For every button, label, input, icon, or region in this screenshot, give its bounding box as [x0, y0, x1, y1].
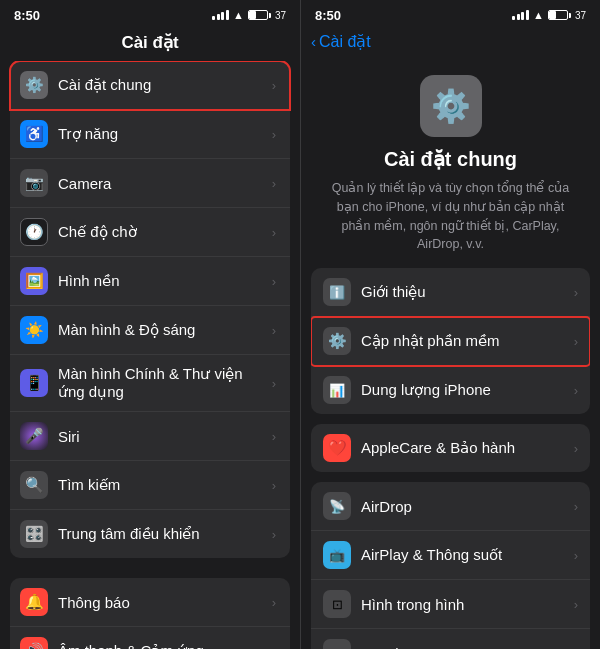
standby-chevron: ›: [272, 225, 276, 240]
settings-item-siri[interactable]: 🎤 Siri ›: [10, 412, 290, 461]
camera-label: Camera: [58, 175, 268, 192]
right-group-0: ℹ️ Giới thiệu › ⚙️ Cập nhật phần mềm › 📊…: [311, 268, 590, 414]
softwareupdate-label: Cập nhật phần mềm: [361, 332, 574, 350]
signal-icon: [212, 10, 229, 20]
general-label: Cài đặt chung: [58, 76, 268, 94]
airplay-icon: 📺: [323, 541, 351, 569]
applecare-chevron: ›: [574, 441, 578, 456]
airdrop-label: AirDrop: [361, 498, 574, 515]
right-item-carplay[interactable]: 🚗 CarPlay ›: [311, 629, 590, 649]
controlcenter-icon: 🎛️: [20, 520, 48, 548]
settings-item-accessibility[interactable]: ♿ Trợ năng ›: [10, 110, 290, 159]
hero-icon: ⚙️: [420, 75, 482, 137]
controlcenter-label: Trung tâm điều khiển: [58, 525, 268, 543]
left-panel: 8:50 ▲ 37 Cài đặt ⚙️: [0, 0, 300, 649]
airdrop-chevron: ›: [574, 499, 578, 514]
right-item-pip[interactable]: ⊡ Hình trong hình ›: [311, 580, 590, 629]
settings-item-controlcenter[interactable]: 🎛️ Trung tâm điều khiển ›: [10, 510, 290, 558]
settings-item-general[interactable]: ⚙️ Cài đặt chung ›: [10, 61, 290, 110]
accessibility-label: Trợ năng: [58, 125, 268, 143]
general-chevron: ›: [272, 78, 276, 93]
applecare-icon: ❤️: [323, 434, 351, 462]
right-wifi-icon: ▲: [533, 9, 544, 21]
left-title: Cài đặt: [121, 33, 178, 52]
airplay-label: AirPlay & Thông suốt: [361, 546, 574, 564]
camera-chevron: ›: [272, 176, 276, 191]
display-label: Màn hình & Độ sáng: [58, 321, 268, 339]
general-icon: ⚙️: [20, 71, 48, 99]
about-chevron: ›: [574, 285, 578, 300]
left-status-icons: ▲ 37: [212, 9, 286, 21]
accessibility-icon: ♿: [20, 120, 48, 148]
search-chevron: ›: [272, 478, 276, 493]
display-chevron: ›: [272, 323, 276, 338]
notifications-label: Thông báo: [58, 594, 268, 611]
right-group-2: 📡 AirDrop › 📺 AirPlay & Thông suốt › ⊡ H…: [311, 482, 590, 649]
hero-title: Cài đặt chung: [384, 147, 517, 171]
notifications-chevron: ›: [272, 595, 276, 610]
homescreen-chevron: ›: [272, 376, 276, 391]
siri-chevron: ›: [272, 429, 276, 444]
left-group-1: 🔔 Thông báo › 🔊 Âm thanh & Cảm ứng › 🌙 T…: [0, 578, 300, 649]
settings-item-notifications[interactable]: 🔔 Thông báo ›: [10, 578, 290, 627]
wallpaper-label: Hình nền: [58, 272, 268, 290]
right-item-applecare[interactable]: ❤️ AppleCare & Bảo hành ›: [311, 424, 590, 472]
homescreen-icon: 📱: [20, 369, 48, 397]
standby-icon: 🕐: [20, 218, 48, 246]
left-page-header: Cài đặt: [0, 28, 300, 61]
right-status-bar: 8:50 ▲ 37: [301, 0, 600, 28]
right-status-icons: ▲ 37: [512, 9, 586, 21]
storage-icon: 📊: [323, 376, 351, 404]
left-status-bar: 8:50 ▲ 37: [0, 0, 300, 28]
settings-item-display[interactable]: ☀️ Màn hình & Độ sáng ›: [10, 306, 290, 355]
settings-item-search[interactable]: 🔍 Tìm kiếm ›: [10, 461, 290, 510]
wifi-icon: ▲: [233, 9, 244, 21]
sound-icon: 🔊: [20, 637, 48, 649]
airplay-chevron: ›: [574, 548, 578, 563]
right-battery-pct: 37: [575, 10, 586, 21]
back-button[interactable]: ‹ Cài đặt: [301, 28, 600, 57]
settings-item-camera[interactable]: 📷 Camera ›: [10, 159, 290, 208]
settings-item-wallpaper[interactable]: 🖼️ Hình nền ›: [10, 257, 290, 306]
storage-chevron: ›: [574, 383, 578, 398]
settings-item-homescreen[interactable]: 📱 Màn hình Chính & Thư viện ứng dụng ›: [10, 355, 290, 412]
about-icon: ℹ️: [323, 278, 351, 306]
right-group-1: ❤️ AppleCare & Bảo hành ›: [311, 424, 590, 472]
right-time: 8:50: [315, 8, 341, 23]
right-item-about[interactable]: ℹ️ Giới thiệu ›: [311, 268, 590, 317]
camera-icon: 📷: [20, 169, 48, 197]
standby-label: Chế độ chờ: [58, 223, 268, 241]
search-label: Tìm kiếm: [58, 476, 268, 494]
search-icon: 🔍: [20, 471, 48, 499]
left-time: 8:50: [14, 8, 40, 23]
carplay-label: CarPlay: [361, 645, 574, 650]
right-item-airplay[interactable]: 📺 AirPlay & Thông suốt ›: [311, 531, 590, 580]
right-signal-icon: [512, 10, 529, 20]
softwareupdate-chevron: ›: [574, 334, 578, 349]
right-panel: 8:50 ▲ 37 ‹ Cài đặt ⚙️ Cài đặt chung Quả…: [300, 0, 600, 649]
storage-label: Dung lượng iPhone: [361, 381, 574, 399]
settings-item-standby[interactable]: 🕐 Chế độ chờ ›: [10, 208, 290, 257]
notifications-icon: 🔔: [20, 588, 48, 616]
left-group-0: ⚙️ Cài đặt chung › ♿ Trợ năng › 📷 Camera…: [0, 61, 300, 558]
left-settings-list: ⚙️ Cài đặt chung › ♿ Trợ năng › 📷 Camera…: [0, 61, 300, 649]
carplay-icon: 🚗: [323, 639, 351, 649]
accessibility-chevron: ›: [272, 127, 276, 142]
settings-item-sound[interactable]: 🔊 Âm thanh & Cảm ứng ›: [10, 627, 290, 649]
carplay-chevron: ›: [574, 646, 578, 650]
siri-label: Siri: [58, 428, 268, 445]
right-item-softwareupdate[interactable]: ⚙️ Cập nhật phần mềm ›: [311, 317, 590, 366]
left-section-1: 🔔 Thông báo › 🔊 Âm thanh & Cảm ứng › 🌙 T…: [10, 578, 290, 649]
right-hero: ⚙️ Cài đặt chung Quản lý thiết lập và tù…: [301, 57, 600, 264]
back-label: Cài đặt: [319, 32, 371, 51]
display-icon: ☀️: [20, 316, 48, 344]
wallpaper-chevron: ›: [272, 274, 276, 289]
right-item-storage[interactable]: 📊 Dung lượng iPhone ›: [311, 366, 590, 414]
right-settings-list: ℹ️ Giới thiệu › ⚙️ Cập nhật phần mềm › 📊…: [301, 264, 600, 649]
hero-desc: Quản lý thiết lập và tùy chọn tổng thể c…: [321, 179, 580, 254]
pip-label: Hình trong hình: [361, 596, 574, 613]
battery-icon: [248, 10, 271, 20]
back-chevron-icon: ‹: [311, 33, 316, 50]
sound-chevron: ›: [272, 644, 276, 650]
right-item-airdrop[interactable]: 📡 AirDrop ›: [311, 482, 590, 531]
